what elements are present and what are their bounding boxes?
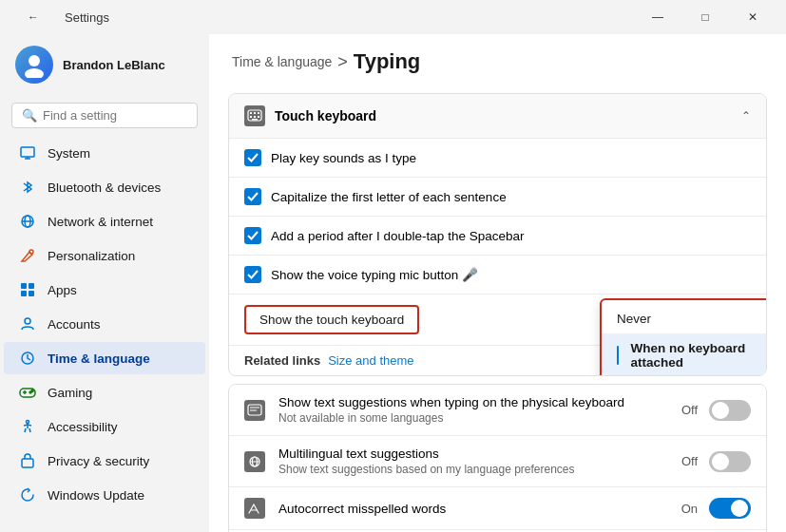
minimize-button[interactable]: —: [636, 4, 680, 30]
title-bar-left: ← Settings: [11, 4, 109, 30]
text-suggestions-toggle[interactable]: [709, 400, 751, 421]
accessibility-icon: [19, 418, 36, 435]
svg-point-13: [25, 318, 30, 324]
dropdown-label-when-no-keyboard: When no keyboard attached: [630, 341, 767, 370]
related-link-size-theme[interactable]: Size and theme: [328, 353, 413, 368]
sidebar-item-network[interactable]: Network & internet: [4, 205, 205, 238]
setting-play-sounds: Play key sounds as I type: [229, 138, 766, 177]
svg-point-19: [31, 390, 33, 392]
setting-text-suggestions: Show text suggestions when typing on the…: [229, 385, 766, 435]
svg-rect-26: [258, 112, 259, 114]
breadcrumb-separator: >: [337, 52, 348, 72]
sidebar-item-gaming[interactable]: Gaming: [4, 376, 205, 408]
setting-autocorrect: Autocorrect misspelled words On: [229, 486, 766, 529]
network-icon: [19, 213, 36, 230]
sidebar-item-accounts[interactable]: Accounts: [4, 308, 205, 340]
sidebar-item-privacy[interactable]: Privacy & security: [4, 445, 205, 477]
sidebar-label-accessibility: Accessibility: [48, 420, 118, 434]
multilingual-toggle-wrapper: Off: [681, 451, 751, 472]
sidebar-item-system[interactable]: System: [4, 137, 205, 169]
dropdown-label-never: Never: [617, 312, 651, 326]
title-bar-controls: — □ ✕: [636, 4, 775, 30]
sidebar-item-personalization[interactable]: Personalization: [4, 239, 205, 272]
multilingual-label: Multilingual text suggestions: [278, 446, 672, 461]
search-box[interactable]: 🔍: [11, 103, 198, 128]
user-name: Brandon LeBlanc: [63, 58, 165, 72]
toggle-thumb: [712, 402, 729, 419]
dropdown-item-when-no-keyboard[interactable]: When no keyboard attached: [602, 333, 767, 376]
svg-rect-28: [254, 116, 256, 118]
svg-point-8: [29, 250, 33, 254]
setting-capitalize: Capitalize the first letter of each sent…: [229, 177, 766, 216]
selected-indicator: [617, 346, 619, 365]
search-icon: 🔍: [22, 108, 37, 123]
text-suggestions-icon: [244, 400, 265, 421]
sidebar-label-bluetooth: Bluetooth & devices: [48, 180, 161, 195]
autocorrect-toggle-label: On: [681, 502, 698, 516]
setting-period: Add a period after I double-tap the Spac…: [229, 216, 766, 255]
show-touch-keyboard-button[interactable]: Show the touch keyboard: [244, 305, 419, 334]
svg-point-1: [25, 68, 44, 78]
sidebar-label-system: System: [48, 146, 90, 161]
sidebar-item-accessibility[interactable]: Accessibility: [4, 410, 205, 443]
privacy-icon: [19, 452, 36, 469]
sidebar-label-personalization: Personalization: [48, 249, 135, 263]
multilingual-icon: [244, 451, 265, 472]
label-capitalize: Capitalize the first letter of each sent…: [271, 190, 751, 204]
sidebar-label-accounts: Accounts: [48, 317, 101, 332]
breadcrumb: Time & language > Typing: [232, 49, 763, 74]
text-suggestions-sublabel: Not available in some languages: [278, 411, 672, 425]
breadcrumb-parent: Time & language: [232, 54, 332, 69]
svg-rect-2: [21, 147, 34, 157]
checkbox-play-sounds[interactable]: [244, 149, 261, 166]
svg-rect-22: [22, 459, 33, 467]
back-button[interactable]: ←: [11, 4, 55, 30]
personalization-icon: [19, 247, 36, 264]
accounts-icon: [19, 315, 36, 332]
label-play-sounds: Play key sounds as I type: [271, 151, 751, 165]
sidebar-label-time-language: Time & language: [48, 352, 150, 366]
touch-keyboard-header[interactable]: Touch keyboard ⌃: [229, 94, 766, 138]
sidebar-label-windows-update: Windows Update: [48, 488, 144, 503]
svg-rect-27: [250, 116, 252, 118]
autocorrect-text: Autocorrect misspelled words: [278, 502, 672, 516]
svg-rect-30: [252, 119, 258, 121]
toggle-thumb: [731, 500, 748, 517]
user-profile: Brandon LeBlanc: [0, 34, 209, 95]
setting-voice-mic: Show the voice typing mic button 🎤: [229, 255, 766, 294]
title-bar: ← Settings — □ ✕: [0, 0, 786, 34]
maximize-button[interactable]: □: [683, 4, 727, 30]
sidebar-item-time-language[interactable]: Time & language: [4, 342, 205, 374]
checkbox-period[interactable]: [244, 227, 261, 244]
svg-rect-25: [254, 112, 256, 114]
sidebar-item-windows-update[interactable]: Windows Update: [4, 479, 205, 511]
checkbox-capitalize[interactable]: [244, 188, 261, 205]
multilingual-toggle[interactable]: [709, 451, 751, 472]
svg-rect-24: [250, 112, 252, 114]
svg-rect-9: [21, 283, 27, 289]
checkbox-voice-mic[interactable]: [244, 266, 261, 283]
sidebar-label-gaming: Gaming: [48, 386, 92, 400]
sidebar-item-bluetooth[interactable]: Bluetooth & devices: [4, 171, 205, 203]
related-links-label: Related links: [244, 353, 320, 368]
autocorrect-label: Autocorrect misspelled words: [278, 502, 672, 516]
svg-rect-11: [21, 291, 27, 296]
autocorrect-toggle[interactable]: [709, 498, 751, 519]
text-suggestions-toggle-wrapper: Off: [681, 400, 751, 421]
sidebar-label-privacy: Privacy & security: [48, 454, 149, 468]
close-button[interactable]: ✕: [731, 4, 775, 30]
text-suggestions-text: Show text suggestions when typing on the…: [278, 395, 672, 425]
sidebar-item-apps[interactable]: Apps: [4, 274, 205, 306]
autocorrect-icon: [244, 498, 265, 519]
search-input[interactable]: [43, 108, 187, 123]
svg-point-0: [29, 55, 40, 66]
dropdown-item-never[interactable]: Never: [602, 304, 767, 333]
app-body: Brandon LeBlanc 🔍 System Bluetooth & dev…: [0, 34, 786, 532]
app-title: Settings: [65, 10, 109, 25]
content-area: Time & language > Typing Touch keyboard …: [209, 34, 786, 532]
bluetooth-icon: [19, 179, 36, 196]
keyboard-section-icon: [244, 105, 265, 126]
avatar: [15, 46, 53, 84]
section-collapse-icon: ⌃: [741, 109, 751, 123]
system-icon: [19, 144, 36, 162]
